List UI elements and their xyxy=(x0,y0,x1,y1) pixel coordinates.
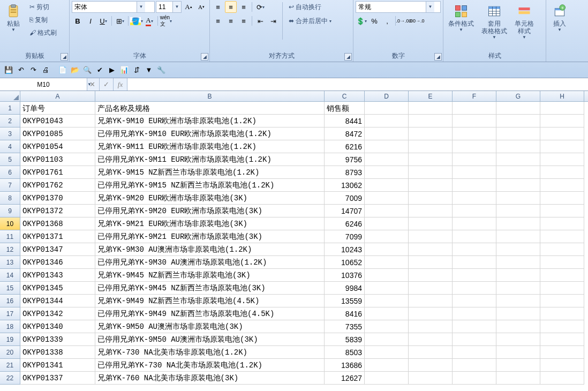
align-right-button[interactable]: ≡ xyxy=(238,15,250,27)
cell[interactable]: OKYP01371 xyxy=(20,230,95,243)
cell[interactable] xyxy=(409,192,453,205)
filter-button[interactable]: ▼ xyxy=(144,65,154,76)
cell[interactable] xyxy=(409,282,453,295)
cell[interactable] xyxy=(453,102,496,115)
cell[interactable] xyxy=(365,217,409,230)
cell[interactable] xyxy=(365,282,409,295)
cell[interactable] xyxy=(409,269,453,282)
cell[interactable] xyxy=(453,333,496,346)
cell[interactable]: 8472 xyxy=(325,127,365,140)
cell[interactable] xyxy=(409,333,453,346)
cell[interactable] xyxy=(365,359,409,372)
col-header-G[interactable]: G xyxy=(496,91,540,101)
dropdown-arrow-icon[interactable]: ▼ xyxy=(426,2,434,12)
cell[interactable]: 5839 xyxy=(325,333,365,346)
cell[interactable] xyxy=(540,359,584,372)
row-header[interactable]: 22 xyxy=(0,372,20,385)
cell[interactable]: OKYP01368 xyxy=(20,217,95,230)
increase-decimal-button[interactable]: .0→.00 xyxy=(398,15,410,27)
cell[interactable] xyxy=(453,140,496,153)
cell[interactable]: OKYP01054 xyxy=(20,140,95,153)
cell[interactable] xyxy=(365,102,409,115)
cell[interactable]: 13559 xyxy=(325,295,365,307)
cell[interactable] xyxy=(453,166,496,179)
cell[interactable] xyxy=(365,115,409,127)
cell[interactable] xyxy=(453,320,496,333)
cell[interactable]: 13062 xyxy=(325,179,365,192)
cell[interactable] xyxy=(540,320,584,333)
cell[interactable] xyxy=(496,217,540,230)
alignment-launcher[interactable]: ◢ xyxy=(344,53,352,61)
cell[interactable]: 兄弟YK-9M21 EUR欧洲市场非原装电池(3K) xyxy=(95,217,325,230)
cell[interactable] xyxy=(365,243,409,256)
row-header[interactable]: 9 xyxy=(0,205,20,217)
cell[interactable] xyxy=(540,243,584,256)
italic-button[interactable]: I xyxy=(85,15,96,27)
cell[interactable] xyxy=(453,282,496,295)
cell[interactable]: 已停用兄弟YK-9M15 NZ新西兰市场原装电池(1.2K) xyxy=(95,179,325,192)
cell[interactable] xyxy=(496,333,540,346)
conditional-format-button[interactable]: 条件格式 ▼ xyxy=(446,1,477,34)
cell[interactable] xyxy=(496,295,540,307)
select-all-corner[interactable] xyxy=(0,91,20,101)
col-header-C[interactable]: C xyxy=(325,91,365,101)
cell[interactable]: 7009 xyxy=(325,192,365,205)
row-header[interactable]: 6 xyxy=(0,166,20,179)
cell[interactable]: OKYP01762 xyxy=(20,179,95,192)
cell[interactable]: OKYP01342 xyxy=(20,307,95,320)
cell[interactable]: OKYP01340 xyxy=(20,320,95,333)
cell[interactable]: 产品名称及规格 xyxy=(95,102,325,115)
col-header-D[interactable]: D xyxy=(365,91,409,101)
cell[interactable]: OKYP01338 xyxy=(20,346,95,359)
cell[interactable] xyxy=(365,333,409,346)
cell[interactable]: 已停用兄弟YK-9M10 EUR欧洲市场原装电池(1.2K) xyxy=(95,127,325,140)
cell[interactable] xyxy=(453,115,496,127)
cell[interactable] xyxy=(409,243,453,256)
cell[interactable] xyxy=(409,179,453,192)
cell[interactable]: 已停用兄弟YK-9M45 NZ新西兰市场原装电池(3K) xyxy=(95,282,325,295)
cell[interactable]: 已停用兄弟YK-9M11 EUR欧洲市场原装电池(1.2K) xyxy=(95,153,325,166)
font-launcher[interactable]: ◢ xyxy=(201,53,208,61)
cell[interactable] xyxy=(540,372,584,385)
cell[interactable] xyxy=(496,166,540,179)
align-middle-button[interactable]: ≡ xyxy=(225,1,237,13)
cell[interactable] xyxy=(409,205,453,217)
row-header[interactable]: 3 xyxy=(0,127,20,140)
cell[interactable] xyxy=(453,359,496,372)
cell[interactable] xyxy=(453,127,496,140)
cell[interactable] xyxy=(496,269,540,282)
cell[interactable] xyxy=(453,307,496,320)
undo-button[interactable]: ↶ xyxy=(16,65,26,76)
fill-color-button[interactable]: 🪣▾ xyxy=(131,15,142,27)
cell[interactable]: 9984 xyxy=(325,282,365,295)
cell[interactable] xyxy=(409,153,453,166)
cell[interactable]: 7099 xyxy=(325,230,365,243)
cell[interactable] xyxy=(496,359,540,372)
cell[interactable] xyxy=(365,320,409,333)
row-header[interactable]: 8 xyxy=(0,192,20,205)
name-box[interactable]: ▼ xyxy=(0,78,86,91)
cell[interactable] xyxy=(453,256,496,269)
cell[interactable]: 已停用兄弟YK-9M50 AU澳洲市场原装电池(3K) xyxy=(95,333,325,346)
cell[interactable] xyxy=(453,346,496,359)
cell[interactable] xyxy=(540,179,584,192)
number-launcher[interactable]: ◢ xyxy=(434,53,442,61)
cell[interactable] xyxy=(540,307,584,320)
paste-button[interactable]: 粘贴 ▼ xyxy=(2,1,25,34)
table-format-button[interactable]: 套用 表格格式 ▼ xyxy=(479,1,510,41)
cell[interactable] xyxy=(540,140,584,153)
col-header-A[interactable]: A xyxy=(20,91,95,101)
cell[interactable] xyxy=(540,115,584,127)
cell[interactable] xyxy=(409,115,453,127)
cell[interactable] xyxy=(540,269,584,282)
cell[interactable] xyxy=(409,230,453,243)
cell[interactable] xyxy=(540,230,584,243)
dropdown-arrow-icon[interactable]: ▼ xyxy=(172,2,181,12)
cell[interactable] xyxy=(409,127,453,140)
cell[interactable] xyxy=(496,307,540,320)
cell[interactable] xyxy=(540,102,584,115)
cell[interactable] xyxy=(409,217,453,230)
decrease-indent-button[interactable]: ⇤ xyxy=(254,15,266,27)
cell[interactable] xyxy=(453,372,496,385)
cell[interactable] xyxy=(496,372,540,385)
